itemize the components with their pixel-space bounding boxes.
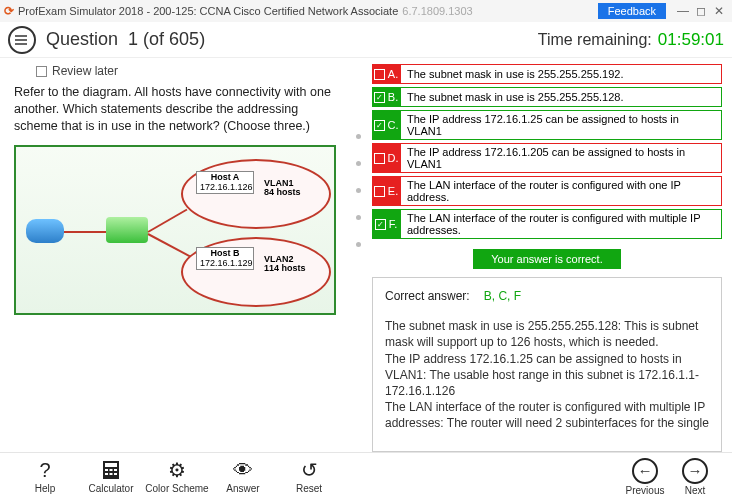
option-A[interactable]: A.The subnet mask in use is 255.255.255.… xyxy=(372,64,722,84)
option-text: The subnet mask in use is 255.255.255.12… xyxy=(407,91,623,103)
host-a-box: Host A172.16.1.126 xyxy=(196,171,254,195)
answer-options: A.The subnet mask in use is 255.255.255.… xyxy=(372,64,722,239)
title-bar: ⟳ ProfExam Simulator 2018 - 200-125: CCN… xyxy=(0,0,732,22)
question-title: Question 1 (of 605) xyxy=(46,29,205,50)
option-text: The IP address 172.16.1.205 can be assig… xyxy=(407,146,715,170)
correct-answer-label: Correct answer: xyxy=(385,289,470,303)
review-later-checkbox[interactable]: Review later xyxy=(36,64,344,78)
option-text: The LAN interface of the router is confi… xyxy=(407,212,715,236)
explanation-text: The subnet mask in use is 255.255.255.12… xyxy=(385,318,709,431)
option-text: The subnet mask in use is 255.255.255.19… xyxy=(407,68,623,80)
gear-icon: ⚙ xyxy=(166,459,188,481)
svg-rect-8 xyxy=(105,469,108,471)
option-F[interactable]: ✓F.The LAN interface of the router is co… xyxy=(372,209,722,239)
app-version: 6.7.1809.1303 xyxy=(402,5,472,17)
review-label: Review later xyxy=(52,64,118,78)
result-banner: Your answer is correct. xyxy=(473,249,620,269)
option-letter: D. xyxy=(388,152,399,164)
svg-rect-11 xyxy=(105,473,108,475)
svg-rect-7 xyxy=(105,463,117,467)
app-title: ProfExam Simulator 2018 - 200-125: CCNA … xyxy=(18,5,398,17)
option-letter: A. xyxy=(388,68,398,80)
footer-toolbar: ?Help Calculator ⚙Color Scheme 👁Answer ↺… xyxy=(0,452,732,500)
calculator-button[interactable]: Calculator xyxy=(78,459,144,494)
feedback-button[interactable]: Feedback xyxy=(598,3,666,19)
time-label: Time remaining: xyxy=(538,31,652,49)
splitter-handle[interactable] xyxy=(354,64,362,452)
svg-point-5 xyxy=(15,43,17,45)
app-logo: ⟳ xyxy=(4,4,14,18)
left-pane: Review later Refer to the diagram. All h… xyxy=(14,64,344,452)
menu-icon xyxy=(15,33,29,47)
option-checkbox: ✓ xyxy=(374,92,385,103)
svg-point-4 xyxy=(15,39,17,41)
previous-button[interactable]: ←Previous xyxy=(620,458,670,496)
checkbox-icon xyxy=(36,66,47,77)
svg-rect-12 xyxy=(110,473,113,475)
option-E[interactable]: E.The LAN interface of the router is con… xyxy=(372,176,722,206)
right-pane: A.The subnet mask in use is 255.255.255.… xyxy=(372,64,722,452)
help-icon: ? xyxy=(34,459,56,481)
option-text: The LAN interface of the router is confi… xyxy=(407,179,715,203)
svg-rect-9 xyxy=(110,469,113,471)
option-checkbox xyxy=(374,153,385,164)
vlan2-label: VLAN2114 hosts xyxy=(264,255,306,273)
option-letter: F. xyxy=(389,218,398,230)
calculator-icon xyxy=(100,459,122,481)
option-C[interactable]: ✓C.The IP address 172.16.1.25 can be ass… xyxy=(372,110,722,140)
reset-button[interactable]: ↺Reset xyxy=(276,459,342,494)
option-letter: E. xyxy=(388,185,398,197)
host-b-box: Host B172.16.1.129 xyxy=(196,247,254,271)
option-text: The IP address 172.16.1.25 can be assign… xyxy=(407,113,715,137)
option-checkbox: ✓ xyxy=(375,219,386,230)
option-letter: B. xyxy=(388,91,398,103)
svg-point-3 xyxy=(15,35,17,37)
question-header: Question 1 (of 605) Time remaining: 01:5… xyxy=(0,22,732,58)
close-button[interactable]: ✕ xyxy=(710,4,728,18)
maximize-button[interactable]: ◻ xyxy=(692,4,710,18)
correct-answer-value: B, C, F xyxy=(484,289,521,303)
menu-button[interactable] xyxy=(8,26,36,54)
question-text: Refer to the diagram. All hosts have con… xyxy=(14,84,344,135)
vlan1-label: VLAN184 hosts xyxy=(264,179,301,197)
option-checkbox xyxy=(374,186,385,197)
eye-icon: 👁 xyxy=(232,459,254,481)
next-button[interactable]: →Next xyxy=(670,458,720,496)
svg-rect-10 xyxy=(114,469,117,471)
explanation-panel: Correct answer:B, C, F The subnet mask i… xyxy=(372,277,722,452)
option-D[interactable]: D.The IP address 172.16.1.205 can be ass… xyxy=(372,143,722,173)
arrow-left-icon: ← xyxy=(632,458,658,484)
minimize-button[interactable]: — xyxy=(674,4,692,18)
time-value: 01:59:01 xyxy=(658,30,724,50)
svg-rect-13 xyxy=(114,473,117,475)
arrow-right-icon: → xyxy=(682,458,708,484)
network-diagram: Host A172.16.1.126 Host B172.16.1.129 VL… xyxy=(14,145,336,315)
reset-icon: ↺ xyxy=(298,459,320,481)
switch-icon xyxy=(106,217,148,243)
option-letter: C. xyxy=(388,119,399,131)
option-checkbox: ✓ xyxy=(374,120,385,131)
color-scheme-button[interactable]: ⚙Color Scheme xyxy=(144,459,210,494)
help-button[interactable]: ?Help xyxy=(12,459,78,494)
router-icon xyxy=(26,219,64,243)
option-checkbox xyxy=(374,69,385,80)
answer-button[interactable]: 👁Answer xyxy=(210,459,276,494)
option-B[interactable]: ✓B.The subnet mask in use is 255.255.255… xyxy=(372,87,722,107)
